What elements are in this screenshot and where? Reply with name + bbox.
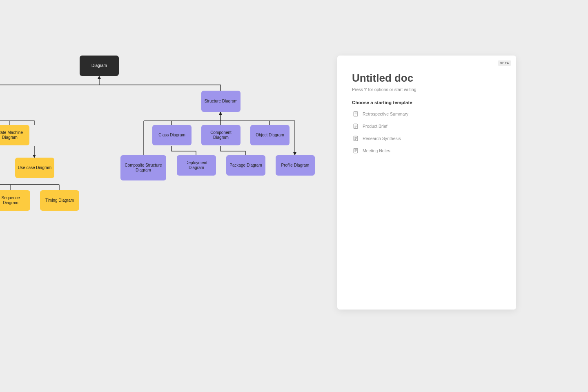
node-root-diagram[interactable]: Diagram: [80, 56, 119, 76]
template-heading: Choose a starting template: [352, 100, 501, 105]
beta-badge: BETA: [498, 60, 511, 66]
node-composite-structure-diagram[interactable]: Composite Structure Diagram: [120, 155, 166, 180]
doc-title[interactable]: Untitled doc: [352, 72, 501, 85]
node-label: Use case Diagram: [18, 165, 51, 171]
node-label: Profile Diagram: [281, 163, 310, 168]
node-structure-diagram[interactable]: Structure Diagram: [201, 91, 241, 112]
node-class-diagram[interactable]: Class Diagram: [152, 125, 192, 145]
document-icon: [353, 111, 359, 117]
node-label: Composite Structure Diagram: [123, 163, 164, 173]
node-label: Package Diagram: [229, 163, 262, 168]
node-deployment-diagram[interactable]: Deployment Diagram: [177, 155, 216, 176]
node-label: Sequence Diagram: [0, 196, 28, 206]
node-label: Class Diagram: [158, 133, 185, 138]
node-sequence-diagram[interactable]: Sequence Diagram: [0, 190, 30, 211]
node-label: Diagram: [91, 63, 107, 69]
node-use-case-diagram[interactable]: Use case Diagram: [15, 158, 54, 178]
document-icon: [353, 148, 359, 154]
template-meeting-notes[interactable]: Meeting Notes: [352, 147, 501, 155]
node-label: Timing Diagram: [45, 198, 74, 203]
node-package-diagram[interactable]: Package Diagram: [226, 155, 265, 176]
node-label: Deployment Diagram: [179, 160, 214, 171]
document-icon: [353, 123, 359, 129]
node-label: Component Diagram: [204, 130, 238, 140]
doc-panel[interactable]: BETA Untitled doc Press '/' for options …: [337, 56, 516, 310]
template-label: Retrospective Summary: [363, 111, 408, 116]
template-label: Product Brief: [363, 124, 388, 129]
document-icon: [353, 136, 359, 141]
template-label: Research Synthesis: [363, 136, 401, 141]
template-research-synthesis[interactable]: Research Synthesis: [352, 134, 501, 143]
template-list: Retrospective Summary Product Brief: [352, 110, 501, 155]
node-profile-diagram[interactable]: Profile Diagram: [276, 155, 315, 176]
template-retrospective-summary[interactable]: Retrospective Summary: [352, 110, 501, 118]
node-component-diagram[interactable]: Component Diagram: [201, 125, 241, 145]
node-label: State Machine Diagram: [0, 130, 27, 140]
node-object-diagram[interactable]: Object Diagram: [250, 125, 290, 145]
node-label: Object Diagram: [256, 133, 284, 138]
node-timing-diagram[interactable]: Timing Diagram: [40, 190, 79, 211]
node-state-machine-diagram[interactable]: State Machine Diagram: [0, 125, 29, 145]
template-label: Meeting Notes: [363, 148, 390, 153]
node-label: Structure Diagram: [204, 99, 237, 104]
template-product-brief[interactable]: Product Brief: [352, 122, 501, 130]
doc-hint: Press '/' for options or start writing: [352, 87, 501, 92]
